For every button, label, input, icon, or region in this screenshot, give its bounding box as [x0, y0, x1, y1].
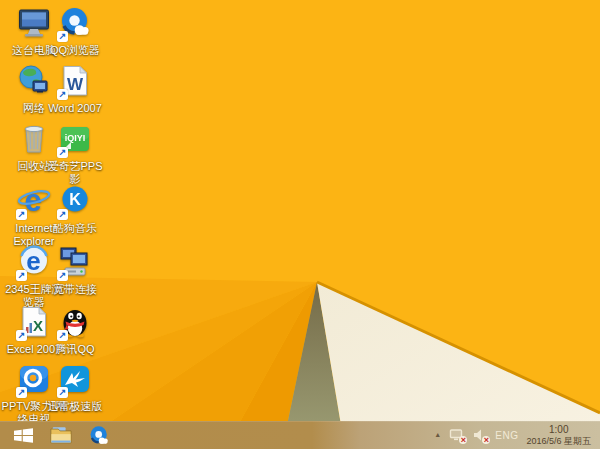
network-status-button[interactable]: ×: [449, 428, 464, 442]
desktop-icon-label: Word 2007: [42, 102, 108, 115]
show-hidden-icons-button[interactable]: ▲: [434, 430, 441, 440]
desktop-icon-word-2007[interactable]: W ↗ Word 2007: [42, 64, 108, 115]
shortcut-arrow-icon: ↗: [57, 209, 68, 220]
qq-browser-taskbar-button[interactable]: [86, 423, 112, 449]
svg-text:iQIYI: iQIYI: [65, 133, 86, 143]
word-icon: W ↗: [57, 64, 93, 100]
desktop-icon-label: 宽带连接: [42, 283, 108, 296]
taskbar-left: [0, 423, 112, 449]
shortcut-arrow-icon: ↗: [16, 330, 27, 341]
desktop-icon-kugou[interactable]: K ↗ 酷狗音乐: [42, 184, 108, 235]
qq-penguin-icon: ↗: [57, 305, 93, 341]
desktop-icon-label: 酷狗音乐: [42, 222, 108, 235]
shortcut-arrow-icon: ↗: [16, 387, 27, 398]
svg-text:e: e: [26, 246, 40, 276]
volume-error-badge: ×: [482, 436, 490, 444]
taskbar-clock[interactable]: 1:00 2016/5/6 星期五: [526, 424, 593, 447]
language-indicator[interactable]: ENG: [495, 430, 518, 441]
volume-button[interactable]: ×: [472, 428, 487, 442]
network-error-badge: ×: [459, 436, 467, 444]
start-button[interactable]: [10, 423, 36, 449]
desktop-icon-tencent-qq[interactable]: ↗ 腾讯QQ: [42, 305, 108, 356]
desktop-icon-qq-browser[interactable]: ↗ QQ浏览器: [42, 6, 108, 57]
iqiyi-icon: iQIYI ↗: [57, 122, 93, 158]
broadband-connection-icon: ↗: [57, 245, 93, 281]
file-explorer-icon: [50, 426, 72, 445]
shortcut-arrow-icon: ↗: [57, 330, 68, 341]
clock-time: 1:00: [526, 424, 591, 436]
desktop-icon-label: 迅雷极速版: [42, 400, 108, 413]
svg-text:W: W: [67, 75, 84, 94]
shortcut-arrow-icon: ↗: [57, 387, 68, 398]
shortcut-arrow-icon: ↗: [57, 270, 68, 281]
file-explorer-button[interactable]: [48, 423, 74, 449]
taskbar: ▲ × × ENG 1:00 2016/5/6 星期五: [0, 421, 600, 449]
svg-text:K: K: [69, 191, 81, 208]
shortcut-arrow-icon: ↗: [16, 209, 27, 220]
thunder-bird-icon: ↗: [57, 362, 93, 398]
shortcut-arrow-icon: ↗: [57, 89, 68, 100]
qq-browser-icon: [88, 425, 110, 447]
shortcut-arrow-icon: ↗: [16, 270, 27, 281]
desktop-icon-label: 腾讯QQ: [42, 343, 108, 356]
shortcut-arrow-icon: ↗: [57, 31, 68, 42]
shortcut-arrow-icon: ↗: [57, 147, 68, 158]
desktop-icon-label: QQ浏览器: [42, 44, 108, 57]
desktop: 这台电脑 ↗ QQ浏览器: [0, 0, 600, 449]
qq-browser-icon: ↗: [57, 6, 93, 42]
desktop-icon-thunder[interactable]: ↗ 迅雷极速版: [42, 362, 108, 413]
system-tray: ▲ × × ENG 1:00 2016/5/6 星期五: [434, 424, 600, 447]
clock-date: 2016/5/6 星期五: [526, 436, 591, 447]
kugou-icon: K ↗: [57, 184, 93, 220]
desktop-icon-broadband[interactable]: ↗ 宽带连接: [42, 245, 108, 296]
windows-logo-icon: [14, 428, 33, 443]
